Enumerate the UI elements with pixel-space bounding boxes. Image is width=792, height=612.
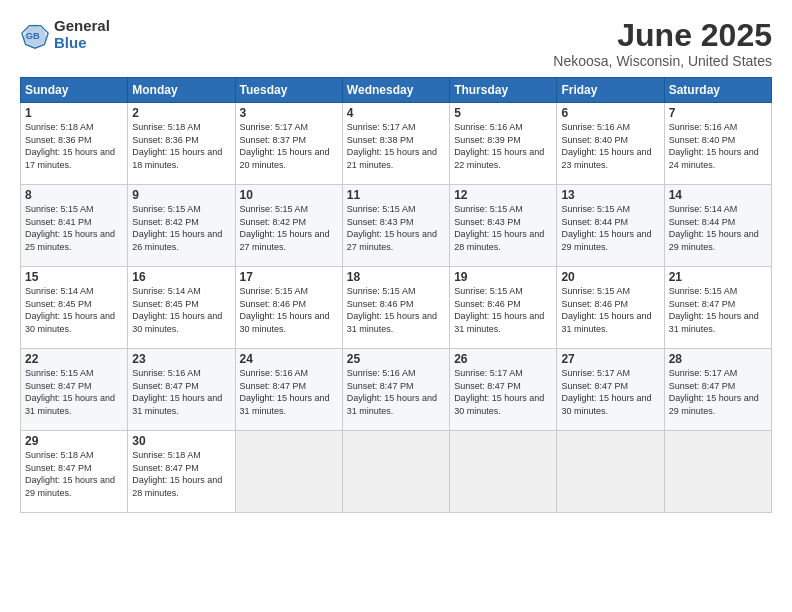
table-row: 3 Sunrise: 5:17 AM Sunset: 8:37 PM Dayli… — [235, 103, 342, 185]
table-row: 17 Sunrise: 5:15 AM Sunset: 8:46 PM Dayl… — [235, 267, 342, 349]
day-number: 2 — [132, 106, 230, 120]
table-row: 5 Sunrise: 5:16 AM Sunset: 8:39 PM Dayli… — [450, 103, 557, 185]
day-info: Sunrise: 5:17 AM Sunset: 8:38 PM Dayligh… — [347, 121, 445, 171]
table-row — [557, 431, 664, 513]
logo: GB General Blue — [20, 18, 110, 51]
day-number: 7 — [669, 106, 767, 120]
day-info: Sunrise: 5:14 AM Sunset: 8:45 PM Dayligh… — [132, 285, 230, 335]
table-row: 27 Sunrise: 5:17 AM Sunset: 8:47 PM Dayl… — [557, 349, 664, 431]
day-number: 8 — [25, 188, 123, 202]
day-number: 20 — [561, 270, 659, 284]
svg-text:GB: GB — [26, 30, 40, 40]
table-row: 7 Sunrise: 5:16 AM Sunset: 8:40 PM Dayli… — [664, 103, 771, 185]
day-info: Sunrise: 5:15 AM Sunset: 8:42 PM Dayligh… — [132, 203, 230, 253]
calendar-week-row: 8 Sunrise: 5:15 AM Sunset: 8:41 PM Dayli… — [21, 185, 772, 267]
day-info: Sunrise: 5:16 AM Sunset: 8:47 PM Dayligh… — [240, 367, 338, 417]
table-row: 18 Sunrise: 5:15 AM Sunset: 8:46 PM Dayl… — [342, 267, 449, 349]
day-number: 18 — [347, 270, 445, 284]
day-info: Sunrise: 5:18 AM Sunset: 8:36 PM Dayligh… — [132, 121, 230, 171]
day-info: Sunrise: 5:15 AM Sunset: 8:46 PM Dayligh… — [561, 285, 659, 335]
header: GB General Blue June 2025 Nekoosa, Wisco… — [20, 18, 772, 69]
day-number: 12 — [454, 188, 552, 202]
day-info: Sunrise: 5:14 AM Sunset: 8:45 PM Dayligh… — [25, 285, 123, 335]
day-number: 21 — [669, 270, 767, 284]
day-number: 27 — [561, 352, 659, 366]
table-row — [235, 431, 342, 513]
table-row: 1 Sunrise: 5:18 AM Sunset: 8:36 PM Dayli… — [21, 103, 128, 185]
table-row: 4 Sunrise: 5:17 AM Sunset: 8:38 PM Dayli… — [342, 103, 449, 185]
header-friday: Friday — [557, 78, 664, 103]
table-row: 8 Sunrise: 5:15 AM Sunset: 8:41 PM Dayli… — [21, 185, 128, 267]
day-number: 6 — [561, 106, 659, 120]
calendar-week-row: 1 Sunrise: 5:18 AM Sunset: 8:36 PM Dayli… — [21, 103, 772, 185]
day-info: Sunrise: 5:18 AM Sunset: 8:47 PM Dayligh… — [132, 449, 230, 499]
day-number: 14 — [669, 188, 767, 202]
table-row: 22 Sunrise: 5:15 AM Sunset: 8:47 PM Dayl… — [21, 349, 128, 431]
day-number: 29 — [25, 434, 123, 448]
calendar-title: June 2025 — [553, 18, 772, 53]
day-info: Sunrise: 5:15 AM Sunset: 8:47 PM Dayligh… — [669, 285, 767, 335]
table-row: 19 Sunrise: 5:15 AM Sunset: 8:46 PM Dayl… — [450, 267, 557, 349]
table-row: 12 Sunrise: 5:15 AM Sunset: 8:43 PM Dayl… — [450, 185, 557, 267]
day-info: Sunrise: 5:17 AM Sunset: 8:47 PM Dayligh… — [561, 367, 659, 417]
day-info: Sunrise: 5:18 AM Sunset: 8:47 PM Dayligh… — [25, 449, 123, 499]
calendar-week-row: 15 Sunrise: 5:14 AM Sunset: 8:45 PM Dayl… — [21, 267, 772, 349]
table-row — [450, 431, 557, 513]
day-info: Sunrise: 5:16 AM Sunset: 8:47 PM Dayligh… — [132, 367, 230, 417]
logo-icon: GB — [20, 20, 50, 50]
header-thursday: Thursday — [450, 78, 557, 103]
day-number: 16 — [132, 270, 230, 284]
calendar-header-row: Sunday Monday Tuesday Wednesday Thursday… — [21, 78, 772, 103]
header-sunday: Sunday — [21, 78, 128, 103]
day-number: 25 — [347, 352, 445, 366]
day-number: 15 — [25, 270, 123, 284]
table-row: 23 Sunrise: 5:16 AM Sunset: 8:47 PM Dayl… — [128, 349, 235, 431]
table-row: 9 Sunrise: 5:15 AM Sunset: 8:42 PM Dayli… — [128, 185, 235, 267]
day-number: 13 — [561, 188, 659, 202]
day-number: 23 — [132, 352, 230, 366]
day-number: 3 — [240, 106, 338, 120]
day-info: Sunrise: 5:15 AM Sunset: 8:47 PM Dayligh… — [25, 367, 123, 417]
day-number: 5 — [454, 106, 552, 120]
table-row: 11 Sunrise: 5:15 AM Sunset: 8:43 PM Dayl… — [342, 185, 449, 267]
table-row: 14 Sunrise: 5:14 AM Sunset: 8:44 PM Dayl… — [664, 185, 771, 267]
page: GB General Blue June 2025 Nekoosa, Wisco… — [0, 0, 792, 523]
calendar-week-row: 22 Sunrise: 5:15 AM Sunset: 8:47 PM Dayl… — [21, 349, 772, 431]
logo-text: General Blue — [54, 18, 110, 51]
logo-general-text: General — [54, 18, 110, 35]
day-info: Sunrise: 5:15 AM Sunset: 8:41 PM Dayligh… — [25, 203, 123, 253]
table-row: 25 Sunrise: 5:16 AM Sunset: 8:47 PM Dayl… — [342, 349, 449, 431]
table-row — [664, 431, 771, 513]
day-info: Sunrise: 5:16 AM Sunset: 8:47 PM Dayligh… — [347, 367, 445, 417]
table-row — [342, 431, 449, 513]
table-row: 26 Sunrise: 5:17 AM Sunset: 8:47 PM Dayl… — [450, 349, 557, 431]
day-number: 30 — [132, 434, 230, 448]
day-number: 24 — [240, 352, 338, 366]
table-row: 29 Sunrise: 5:18 AM Sunset: 8:47 PM Dayl… — [21, 431, 128, 513]
day-info: Sunrise: 5:15 AM Sunset: 8:44 PM Dayligh… — [561, 203, 659, 253]
table-row: 20 Sunrise: 5:15 AM Sunset: 8:46 PM Dayl… — [557, 267, 664, 349]
table-row: 28 Sunrise: 5:17 AM Sunset: 8:47 PM Dayl… — [664, 349, 771, 431]
day-info: Sunrise: 5:15 AM Sunset: 8:46 PM Dayligh… — [347, 285, 445, 335]
table-row: 30 Sunrise: 5:18 AM Sunset: 8:47 PM Dayl… — [128, 431, 235, 513]
day-info: Sunrise: 5:15 AM Sunset: 8:43 PM Dayligh… — [454, 203, 552, 253]
day-number: 28 — [669, 352, 767, 366]
header-saturday: Saturday — [664, 78, 771, 103]
day-number: 10 — [240, 188, 338, 202]
calendar-week-row: 29 Sunrise: 5:18 AM Sunset: 8:47 PM Dayl… — [21, 431, 772, 513]
day-info: Sunrise: 5:16 AM Sunset: 8:39 PM Dayligh… — [454, 121, 552, 171]
day-info: Sunrise: 5:15 AM Sunset: 8:43 PM Dayligh… — [347, 203, 445, 253]
day-info: Sunrise: 5:15 AM Sunset: 8:46 PM Dayligh… — [454, 285, 552, 335]
table-row: 15 Sunrise: 5:14 AM Sunset: 8:45 PM Dayl… — [21, 267, 128, 349]
header-wednesday: Wednesday — [342, 78, 449, 103]
table-row: 6 Sunrise: 5:16 AM Sunset: 8:40 PM Dayli… — [557, 103, 664, 185]
day-info: Sunrise: 5:15 AM Sunset: 8:46 PM Dayligh… — [240, 285, 338, 335]
day-info: Sunrise: 5:18 AM Sunset: 8:36 PM Dayligh… — [25, 121, 123, 171]
logo-blue-text: Blue — [54, 35, 110, 52]
day-number: 19 — [454, 270, 552, 284]
header-tuesday: Tuesday — [235, 78, 342, 103]
day-number: 9 — [132, 188, 230, 202]
day-info: Sunrise: 5:15 AM Sunset: 8:42 PM Dayligh… — [240, 203, 338, 253]
calendar-table: Sunday Monday Tuesday Wednesday Thursday… — [20, 77, 772, 513]
day-info: Sunrise: 5:17 AM Sunset: 8:37 PM Dayligh… — [240, 121, 338, 171]
